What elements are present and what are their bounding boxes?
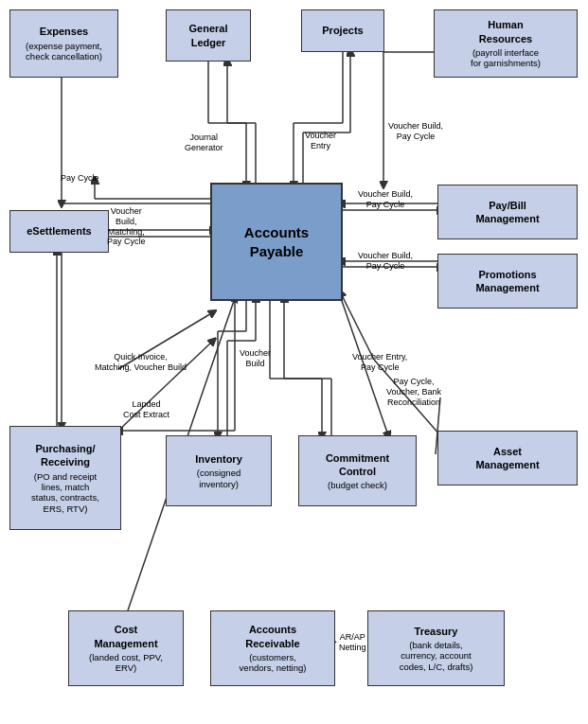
purchasing-subtitle: (PO and receiptlines, matchstatus, contr… <box>31 471 99 515</box>
projects-title: Projects <box>322 24 363 37</box>
label-voucher-entry-top: VoucherEntry <box>305 131 336 151</box>
general-ledger-box: GeneralLedger <box>166 9 251 62</box>
promotions-title: PromotionsManagement <box>475 268 539 295</box>
human-resources-box: HumanResources (payroll interfacefor gar… <box>434 9 578 78</box>
treasury-box: Treasury (bank details,currency, account… <box>367 610 505 686</box>
label-voucher-build-paycycle-right1: Voucher Build,Pay Cycle <box>358 189 413 210</box>
cost-management-subtitle: (landed cost, PPV,ERV) <box>89 652 163 674</box>
label-landed-cost: LandedCost Extract <box>123 399 169 420</box>
label-voucher-build-paycycle-right2: Voucher Build,Pay Cycle <box>358 251 413 272</box>
accounts-receivable-box: AccountsReceivable (customers,vendors, n… <box>210 610 335 686</box>
accounts-receivable-subtitle: (customers,vendors, netting) <box>240 652 307 674</box>
human-resources-subtitle: (payroll interfacefor garnishments) <box>471 47 541 69</box>
projects-box: Projects <box>301 9 384 52</box>
expenses-box: Expenses (expense payment, check cancell… <box>9 9 118 78</box>
treasury-title: Treasury <box>415 625 458 638</box>
cost-management-box: CostManagement (landed cost, PPV,ERV) <box>68 610 184 686</box>
asset-management-box: AssetManagement <box>437 431 578 486</box>
diagram: Expenses (expense payment, check cancell… <box>0 0 588 724</box>
asset-management-title: AssetManagement <box>475 445 539 472</box>
pay-bill-box: Pay/BillManagement <box>437 185 578 239</box>
promotions-box: PromotionsManagement <box>437 254 578 309</box>
treasury-subtitle: (bank details,currency, accountcodes, L/… <box>400 640 473 672</box>
esettlements-box: eSettlements <box>9 210 109 253</box>
label-voucher-build-matching: VoucherBuild,Matching,Pay Cycle <box>107 206 146 247</box>
general-ledger-title: GeneralLedger <box>189 22 228 49</box>
accounts-payable-title: AccountsPayable <box>244 223 309 260</box>
esettlements-title: eSettlements <box>27 224 91 238</box>
label-pay-cycle-voucher-bank: Pay Cycle,Voucher, BankReconciliation <box>386 377 441 407</box>
inventory-subtitle: (consignedinventory) <box>197 468 241 489</box>
commitment-control-title: CommitmentControl <box>326 451 389 479</box>
label-ar-ap-netting: AR/APNetting <box>339 632 366 653</box>
label-voucher-entry-paycycle: Voucher Entry,Pay Cycle <box>352 352 407 373</box>
commitment-control-box: CommitmentControl (budget check) <box>298 435 417 506</box>
commitment-control-subtitle: (budget check) <box>328 480 387 490</box>
expenses-subtitle: (expense payment, check cancellation) <box>14 41 114 62</box>
accounts-payable-box: AccountsPayable <box>210 183 343 301</box>
label-quick-invoice: Quick Invoice,Matching, Voucher Build <box>95 352 187 373</box>
svg-line-44 <box>341 293 374 360</box>
pay-bill-title: Pay/BillManagement <box>475 199 539 226</box>
purchasing-title: Purchasing/Receiving <box>36 442 96 469</box>
label-voucher-build-bottom: VoucherBuild <box>240 348 271 369</box>
purchasing-box: Purchasing/Receiving (PO and receiptline… <box>9 426 121 530</box>
label-journal-generator: JournalGenerator <box>185 132 223 153</box>
human-resources-title: HumanResources <box>479 18 532 45</box>
expenses-title: Expenses <box>40 25 88 38</box>
label-voucher-build-paycycle-top: Voucher Build,Pay Cycle <box>388 121 443 142</box>
inventory-box: Inventory (consignedinventory) <box>166 435 272 506</box>
cost-management-title: CostManagement <box>94 623 157 650</box>
label-pay-cycle: Pay Cycle <box>61 173 99 184</box>
inventory-title: Inventory <box>195 452 242 466</box>
accounts-receivable-title: AccountsReceivable <box>245 623 299 650</box>
